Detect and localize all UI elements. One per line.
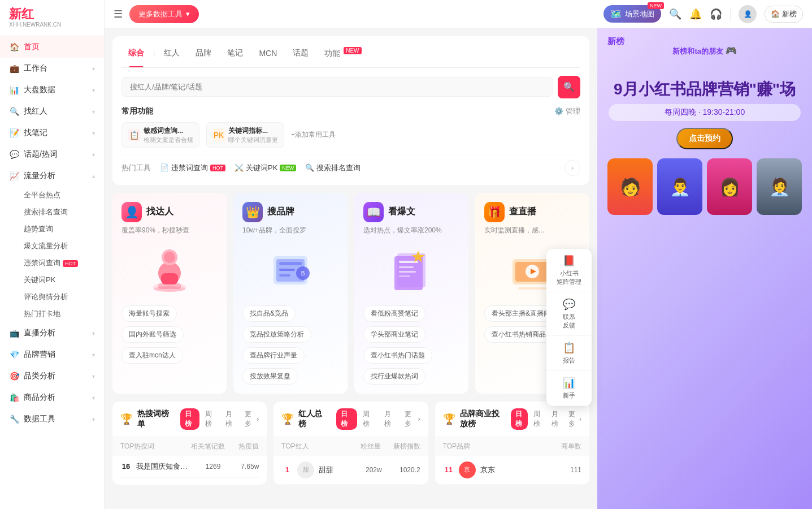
tab-brand[interactable]: 品牌 <box>189 46 218 61</box>
kol-monthly-tab[interactable]: 月榜 <box>380 408 400 430</box>
tab-mcn[interactable]: MCN <box>252 46 284 60</box>
tab-topics[interactable]: 话题 <box>286 46 315 61</box>
btn-find-brand[interactable]: 找自品&竞品 <box>242 305 296 322</box>
scene-map-button[interactable]: 🗺️ 场景地图 NEW <box>603 5 661 23</box>
brand-monthly-tab[interactable]: 月榜 <box>547 408 564 430</box>
sidebar-item-traffic[interactable]: 📈 流量分析 ▴ <box>0 165 104 187</box>
btn-hot-keywords[interactable]: 找行业爆款热词 <box>363 368 425 385</box>
sidebar-item-product[interactable]: 🛍️ 商品分析 ▾ <box>0 387 104 408</box>
kol-daily-tab[interactable]: 日榜 <box>336 408 357 430</box>
tool-keyword-pk[interactable]: PK 关键词指标... 哪个关键词流量更 <box>206 122 284 148</box>
hot-badge-banned: HOT <box>210 165 225 171</box>
tab-features[interactable]: 功能 NEW <box>318 45 368 61</box>
tab-notes[interactable]: 笔记 <box>220 46 250 61</box>
bell-icon[interactable]: 🔔 <box>689 8 702 20</box>
sidebar-item-topics[interactable]: 💬 话题/热词 ▾ <box>0 144 104 165</box>
btn-competitor[interactable]: 竞品投放策略分析 <box>242 326 311 343</box>
sidebar-sub-banned[interactable]: 违禁词查询HOT <box>0 255 104 271</box>
feature-card-viral[interactable]: 📖 看爆文 选对热点，爆文率涨200% <box>354 193 468 394</box>
add-tool-button[interactable]: +添加常用工具 <box>291 130 336 140</box>
btn-commercial-notes[interactable]: 学头部商业笔记 <box>363 326 425 343</box>
sidebar-item-data-tools[interactable]: 🔧 数据工具 ▾ <box>0 408 104 430</box>
category-icon: 🎯 <box>9 371 19 381</box>
hot-search-weekly-tab[interactable]: 周榜 <box>201 408 220 430</box>
search-rank-icon: 🔍 <box>305 163 314 172</box>
brand-daily-tab[interactable]: 日榜 <box>511 408 528 430</box>
btn-mcn-kol[interactable]: 查入驻mcn达人 <box>121 347 183 364</box>
sidebar-item-find-notes[interactable]: 📝 找笔记 ▾ <box>0 122 104 144</box>
hot-tool-kw-pk[interactable]: ⚔️ 关键词PK NEW <box>235 163 296 173</box>
search-input[interactable] <box>121 77 553 97</box>
btn-mass-search[interactable]: 海量账号搜索 <box>121 305 177 322</box>
headset-icon[interactable]: 🎧 <box>710 8 722 20</box>
home-icon: 🏠 <box>9 42 19 52</box>
search-button[interactable]: 🔍 <box>558 76 580 98</box>
hot-tool-banned[interactable]: 📄 违禁词查询 HOT <box>160 163 225 173</box>
find-kol-illustration <box>121 242 218 299</box>
kol-more[interactable]: 更多 › <box>405 409 420 429</box>
btn-hot-products[interactable]: 查小红书热销商品 <box>484 326 553 343</box>
btn-brand-voice[interactable]: 查品牌行业声量 <box>242 347 305 364</box>
sidebar-sub-viral[interactable]: 爆文流量分析 <box>0 238 104 255</box>
svg-rect-17 <box>399 266 414 268</box>
viral-card-icon: 📖 <box>363 202 384 222</box>
sidebar-item-brand[interactable]: 💎 品牌营销 ▾ <box>0 344 104 365</box>
sidebar-item-find-kol[interactable]: 🔍 找红人 ▾ <box>0 101 104 122</box>
sidebar-sub-trend[interactable]: 趋势查询 <box>0 221 104 238</box>
rank-val1: 1269 <box>192 463 220 471</box>
btn-filter-account[interactable]: 国内外账号筛选 <box>121 326 184 343</box>
live-title: 查直播 <box>509 206 536 218</box>
new-badge-kw: NEW <box>280 165 296 171</box>
new-rank-button[interactable]: 🏠 新榜 <box>765 6 803 23</box>
kol-fans: 202w <box>354 466 382 474</box>
float-xhs-matrix[interactable]: 📕 小红书 矩阵管理 <box>546 249 592 292</box>
trophy-icon-1: 🏆 <box>120 413 133 425</box>
banner-cta-button[interactable]: 点击预约 <box>676 128 733 149</box>
sidebar-item-market[interactable]: 📊 大盘数据 ▾ <box>0 79 104 101</box>
feature-card-find-kol[interactable]: 👤 找达人 覆盖率90%，秒搜秒查 <box>112 193 227 394</box>
more-tools-button[interactable]: 更多数据工具 ▾ <box>129 5 199 23</box>
brand-table: 11 京 京东 111 <box>435 456 589 485</box>
tab-kol[interactable]: 红人 <box>157 46 186 61</box>
tab-all[interactable]: 综合 <box>121 46 151 61</box>
search-bar: 🔍 <box>121 76 580 98</box>
rank-number: 16 <box>120 462 132 471</box>
sidebar-item-workspace[interactable]: 💼 工作台 ▾ <box>0 58 104 79</box>
brand-count: 111 <box>548 466 581 474</box>
float-newbie[interactable]: 📊 新手 <box>546 371 592 406</box>
product-icon: 🛍️ <box>9 392 19 403</box>
sidebar-item-live[interactable]: 📺 直播分析 ▾ <box>0 322 104 344</box>
newbie-icon: 📊 <box>563 377 575 389</box>
sidebar-sub-search-rank[interactable]: 搜索排名查询 <box>0 204 104 221</box>
feature-card-brand[interactable]: 👑 搜品牌 10w+品牌，全面搜罗 B <box>233 193 348 394</box>
user-avatar[interactable]: 👤 <box>739 5 757 23</box>
sidebar-sub-hot-all[interactable]: 全平台热点 <box>0 187 104 204</box>
next-tools-button[interactable]: › <box>565 160 580 176</box>
hot-tool-search-rank[interactable]: 🔍 搜索排名查询 <box>305 163 361 173</box>
btn-hot-topics[interactable]: 查小红书热门话题 <box>363 347 432 364</box>
brand-col-headers: TOP品牌 商单数 <box>435 437 589 456</box>
search-icon[interactable]: 🔍 <box>669 8 681 20</box>
sidebar-item-home[interactable]: 🏠 首页 <box>0 36 104 58</box>
svg-rect-10 <box>279 269 295 271</box>
btn-low-fan-high-like[interactable]: 看低粉高赞笔记 <box>363 305 425 322</box>
float-report[interactable]: 📋 报告 <box>546 336 592 371</box>
sidebar-item-category[interactable]: 🎯 品类分析 ▾ <box>0 365 104 387</box>
float-contact[interactable]: 💬 联系 反馈 <box>546 292 592 336</box>
sidebar-sub-sentiment[interactable]: 评论舆情分析 <box>0 288 104 305</box>
find-kol-buttons: 海量账号搜索 国内外账号筛选 查入驻mcn达人 <box>121 305 218 364</box>
brand-weekly-tab[interactable]: 周榜 <box>529 408 546 430</box>
manage-button[interactable]: ⚙️ 管理 <box>554 106 580 117</box>
tool-sensitive[interactable]: 📋 敏感词查询... 检测文案是否合规 <box>121 122 199 148</box>
kol-weekly-tab[interactable]: 周榜 <box>358 408 379 430</box>
hot-search-more[interactable]: 更多 › <box>245 409 259 429</box>
sidebar-sub-kw-pk[interactable]: 关键词PK <box>0 271 104 288</box>
menu-icon[interactable]: ☰ <box>114 8 123 20</box>
hot-search-daily-tab[interactable]: 日榜 <box>180 408 199 430</box>
hot-search-monthly-tab[interactable]: 月榜 <box>221 408 240 430</box>
brand-more[interactable]: 更多 › <box>568 409 581 429</box>
btn-effect-review[interactable]: 投放效果复盘 <box>242 368 298 385</box>
svg-rect-25 <box>518 287 546 290</box>
sidebar-sub-checkin[interactable]: 热门打卡地 <box>0 305 104 322</box>
rank-content: 我是国庆知食分子 <box>136 461 188 472</box>
